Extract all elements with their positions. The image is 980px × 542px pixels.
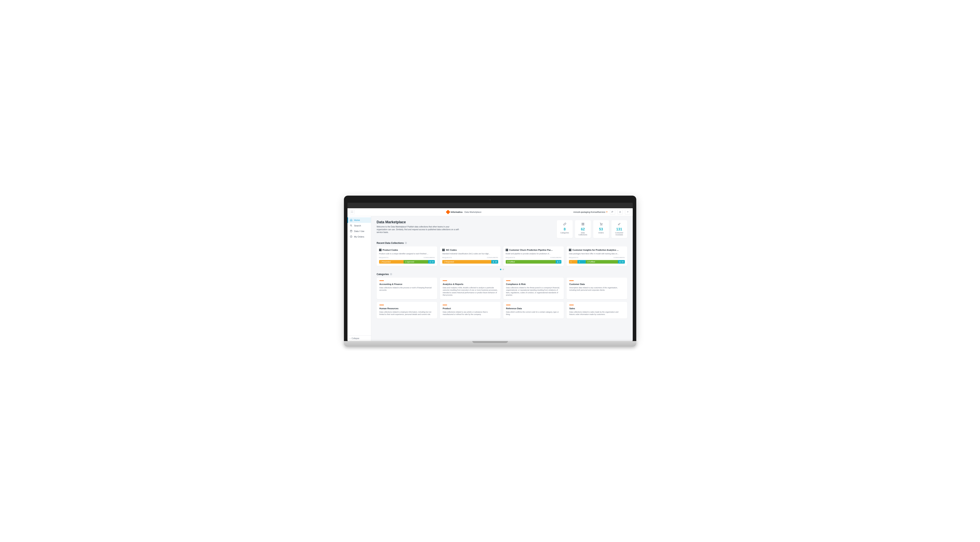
category-card[interactable]: Human ResourcesData collections related …	[377, 302, 438, 319]
collection-card[interactable]: Customer Insights for Predictive Analyti…	[566, 246, 627, 266]
category-description: Data and Analytics AI/ML Models collecte…	[443, 287, 498, 297]
category-description: Data which confirms the correct code for…	[506, 311, 561, 316]
svg-point-12	[493, 261, 494, 262]
page-description: Welcome to the Data Marketplace! Publish…	[377, 225, 460, 234]
brand-name: Informatica	[451, 211, 463, 213]
stat-categories[interactable]: 8Categories	[557, 220, 573, 238]
svg-point-10	[618, 224, 619, 225]
request-segment: 1 Requested	[379, 260, 404, 264]
request-segment: 1 Requested	[442, 260, 491, 264]
category-card[interactable]: Analytics & ReportsData and Analytics AI…	[440, 277, 501, 299]
sidebar-item-label: My Orders	[354, 236, 364, 238]
request-segment: 1	[578, 260, 586, 264]
category-title: Customer Data	[569, 283, 624, 285]
collapse-sidebar-button[interactable]: ‹ Collapse	[347, 335, 371, 341]
category-card[interactable]: SalesData collections related to sales m…	[566, 302, 627, 319]
accent-bar	[443, 305, 447, 305]
info-icon[interactable]: i	[405, 242, 407, 244]
svg-point-11	[430, 261, 430, 262]
category-title: Product	[443, 307, 498, 309]
request-segment: 1 Approved	[404, 260, 428, 264]
svg-rect-6	[582, 224, 583, 225]
stat-value: 62	[577, 227, 589, 231]
data-icon	[350, 230, 353, 233]
sidebar-item-home[interactable]: Home	[347, 217, 371, 223]
category-card[interactable]: ProductData collections related to any a…	[440, 302, 501, 319]
collection-description: Data packages Next Best Offer AI model w…	[569, 253, 625, 255]
sidebar-item-my-orders[interactable]: My Orders	[347, 234, 371, 239]
app-switcher-button[interactable]	[350, 210, 355, 214]
grid-dots-icon	[351, 211, 353, 213]
collection-description: Product code is a unique identifier assi…	[379, 253, 435, 255]
main-content: Data Marketplace Welcome to the Data Mar…	[371, 216, 633, 341]
svg-rect-5	[583, 223, 584, 224]
svg-point-1	[350, 225, 352, 226]
category-card[interactable]: Compliance & RiskData collections relate…	[503, 277, 564, 299]
accent-bar	[379, 305, 384, 305]
help-icon: ?	[627, 211, 628, 213]
status-bar: 114 Fulfilled15	[569, 260, 625, 264]
svg-point-13	[557, 261, 558, 262]
collection-icon	[506, 249, 508, 251]
request-segment: 4 Fulfilled	[586, 260, 618, 264]
stat-label: Consumer Accesses	[613, 232, 625, 236]
sidebar: HomeSearchData I UseMy Orders ‹ Collapse	[347, 216, 371, 341]
category-title: Sales	[569, 307, 624, 309]
sidebar-item-label: Home	[354, 219, 360, 221]
caret-down-icon	[606, 212, 608, 212]
consumers-label: CONSUMERS	[550, 257, 562, 258]
stat-value: 131	[613, 227, 625, 231]
user-icon	[619, 211, 621, 213]
sidebar-item-label: Data I Use	[354, 230, 364, 233]
org-selector[interactable]: mmodi-qastaging-fromselfservice	[573, 211, 608, 213]
sidebar-item-data-i-use[interactable]: Data I Use	[347, 228, 371, 234]
sidebar-item-label: Search	[354, 225, 361, 227]
svg-point-8	[601, 225, 601, 225]
brand-logo-icon	[445, 210, 450, 214]
category-card[interactable]: Reference DataData which confirms the co…	[503, 302, 564, 319]
svg-point-2	[350, 230, 352, 231]
pager-dot-1[interactable]	[500, 269, 501, 270]
collection-card[interactable]: Product CodesProduct code is a unique id…	[377, 246, 438, 266]
category-description: Descriptive data related to any customer…	[569, 287, 624, 292]
topbar: Informatica Data Marketplace mmodi-qasta…	[347, 208, 633, 216]
category-title: Reference Data	[506, 307, 561, 309]
consumers-label: CONSUMERS	[423, 257, 435, 258]
category-card[interactable]: Customer DataDescriptive data related to…	[566, 277, 627, 299]
collection-card[interactable]: SIC CodesStandard Industrial Classificat…	[440, 246, 501, 266]
consumers-segment: 10	[428, 260, 435, 264]
collection-card[interactable]: Customer Churn Prediction Pipeline Pac..…	[503, 246, 564, 266]
sidebar-item-search[interactable]: Search	[347, 223, 371, 228]
collection-description: Standard Industrial Classification (SIC)…	[442, 253, 498, 255]
flag-icon	[611, 211, 614, 213]
categories-section-title: Categories i	[377, 273, 627, 276]
stat-label: Categories	[558, 232, 571, 234]
help-button[interactable]: ?	[625, 209, 630, 215]
pager	[377, 269, 627, 270]
info-icon[interactable]: i	[390, 273, 392, 275]
grid-icon	[577, 223, 589, 227]
consumers-label: CONSUMERS	[614, 257, 625, 258]
category-description: Data collections related to sales made b…	[569, 311, 624, 316]
request-segment: 2 Fulfilled	[506, 260, 556, 264]
category-description: Data collections related to any article …	[443, 311, 498, 316]
collapse-label: Collapse	[352, 337, 360, 340]
user-button[interactable]	[617, 209, 623, 215]
status-bar: 1 Requested1 Approved10	[379, 260, 435, 264]
collection-icon	[379, 249, 382, 251]
stat-data-collections[interactable]: 62Data Collections	[575, 220, 591, 238]
requests-label: REQUESTS	[506, 257, 515, 258]
collection-title: Customer Insights for Predictive Analyti…	[569, 249, 625, 251]
pager-dot-2[interactable]	[503, 269, 504, 270]
requests-label: REQUESTS	[379, 257, 388, 258]
category-card[interactable]: Accounting & FinanceData collections rel…	[377, 277, 438, 299]
svg-rect-4	[582, 223, 583, 224]
key-icon	[613, 223, 625, 227]
stat-consumer-accesses[interactable]: 131Consumer Accesses	[611, 220, 627, 238]
search-icon	[350, 224, 353, 227]
link-icon	[558, 223, 571, 227]
notifications-button[interactable]	[610, 209, 615, 215]
stat-orders[interactable]: 53Orders	[593, 220, 609, 238]
category-description: Data collections related to the process …	[379, 287, 434, 292]
stat-value: 8	[558, 227, 571, 231]
